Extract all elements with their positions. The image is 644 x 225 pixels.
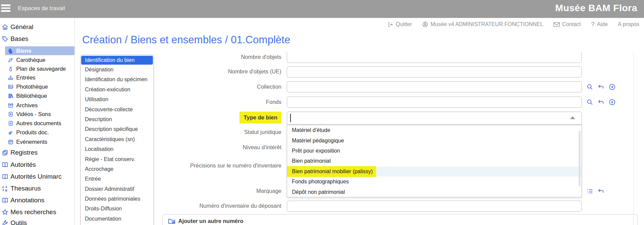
dropdown-option[interactable]: Matériel d'étude bbox=[287, 125, 581, 135]
nav-item-entree[interactable]: Entrée bbox=[80, 174, 154, 184]
dropdown-option-highlighted[interactable]: Bien patrimonial mobilier (palissy) bbox=[287, 166, 581, 177]
add-circle-icon[interactable] bbox=[609, 84, 616, 90]
image-icon bbox=[7, 84, 14, 90]
sidebar-item-thesaurus[interactable]: AB Thesaurus bbox=[0, 184, 74, 193]
sidebar-item-produits-doc[interactable]: Produits doc. bbox=[0, 128, 74, 137]
input-nombre-objets[interactable] bbox=[287, 52, 582, 63]
paper-stack-icon bbox=[7, 130, 14, 135]
nav-item-dossier-administratif[interactable]: Dossier Administratif bbox=[80, 184, 154, 194]
sidebar-item-biens[interactable]: ♞ Biens bbox=[5, 46, 74, 55]
workspace-title: Espaces de travail bbox=[18, 5, 65, 12]
sidebar-item-entrees[interactable]: Entrées bbox=[0, 73, 74, 82]
topbar: Espaces de travail Musée BAM Flora bbox=[0, 0, 644, 18]
nav-item-donnees-patrimoniales[interactable]: Données patrimoniales bbox=[80, 194, 154, 204]
add-number-section[interactable]: Ajouter un autre numéro bbox=[162, 214, 638, 225]
apropos-link[interactable]: A propos bbox=[618, 21, 639, 27]
text-caret bbox=[290, 114, 291, 122]
sidebar-item-label: Bibliothèque bbox=[16, 93, 47, 99]
type-de-bien-combobox[interactable] bbox=[287, 112, 582, 125]
add-circle-icon[interactable] bbox=[609, 99, 616, 106]
input-fonds[interactable] bbox=[287, 96, 582, 108]
home-icon bbox=[1, 24, 9, 30]
nav-item-utilisation[interactable]: Utilisation bbox=[80, 94, 154, 104]
fonds-field-actions bbox=[586, 99, 616, 106]
sidebar-item-phototheque[interactable]: Photothèque bbox=[0, 82, 74, 91]
label-type-de-bien: Type de bien bbox=[239, 112, 281, 123]
search-icon[interactable] bbox=[586, 99, 593, 106]
sidebar-item-bibliotheque[interactable]: Bibliothèque bbox=[0, 91, 74, 100]
quitter-link[interactable]: Quitter bbox=[388, 21, 412, 27]
undo-icon[interactable] bbox=[598, 99, 604, 106]
sidebar-item-outils[interactable]: Outils bbox=[0, 218, 74, 225]
nav-item-regie-etat-conserv[interactable]: Régie - Etat conserv. bbox=[80, 154, 154, 164]
contact-link[interactable]: Contact bbox=[553, 21, 581, 27]
open-book-icon bbox=[1, 161, 9, 168]
aide-link[interactable]: ? Aide bbox=[591, 21, 608, 28]
search-icon[interactable] bbox=[586, 84, 593, 90]
open-book-icon bbox=[1, 197, 9, 204]
input-collection[interactable] bbox=[287, 81, 582, 92]
sidebar-item-label: Autres documents bbox=[16, 120, 61, 127]
books-icon bbox=[7, 93, 14, 99]
sidebar-item-archives[interactable]: Archives bbox=[0, 101, 74, 110]
nav-item-identification-du-bien[interactable]: Identification du bien bbox=[81, 56, 153, 65]
sidebar-item-carotheque[interactable]: Carothèque bbox=[0, 55, 74, 64]
sidebar-item-general[interactable]: Général bbox=[0, 22, 74, 32]
label-numero-inventaire-deposant: Numéro d'inventaire du déposant bbox=[162, 203, 281, 209]
nav-item-designation[interactable]: Désignation bbox=[80, 65, 154, 74]
sidebar-item-registres[interactable]: Registres bbox=[0, 148, 74, 157]
sidebar-item-autorites-unimarc[interactable]: Autorités Unimarc bbox=[0, 172, 74, 181]
dropdown-option[interactable]: Dépôt non patrimonial bbox=[287, 187, 581, 197]
nav-item-description[interactable]: Description bbox=[80, 114, 154, 124]
label-marquage: Marquage bbox=[162, 188, 281, 194]
label-precisions-numero-inventaire: Précisions sur le numéro d'inventaire bbox=[162, 162, 281, 169]
sidebar-item-bases[interactable]: Bases bbox=[0, 34, 74, 44]
sidebar-item-videos-sons[interactable]: Vidéos - Sons bbox=[0, 110, 74, 118]
undo-icon[interactable] bbox=[598, 188, 604, 195]
nav-item-identification-du-specimen[interactable]: Identification du spécimen bbox=[80, 74, 154, 84]
dropdown-option[interactable]: Prêt pour exposition bbox=[287, 146, 581, 156]
user-label: Musée v4 ADMINISTRATEUR FONCTIONNEL bbox=[431, 21, 543, 27]
sidebar-item-label: Autorités bbox=[10, 161, 36, 168]
nav-item-documentation[interactable]: Documentation bbox=[80, 214, 154, 224]
fire-extinguisher-icon bbox=[7, 66, 14, 72]
option-label: Bien patrimonial mobilier (palissy) bbox=[287, 166, 376, 177]
sidebar-item-autres-documents[interactable]: Autres documents bbox=[0, 119, 74, 128]
dropdown-option[interactable]: Fonds photographiques bbox=[287, 177, 581, 187]
nav-item-caracteristiques-sn[interactable]: Caractéristiques (sn) bbox=[80, 134, 154, 144]
app-brand: Musée BAM Flora bbox=[555, 3, 637, 14]
sidebar-item-label: Mes recherches bbox=[10, 208, 56, 216]
sidebar-item-autorites[interactable]: Autorités bbox=[0, 160, 74, 170]
dropdown-option[interactable]: Matériel pédagogique bbox=[287, 135, 581, 145]
sidebar-item-annotations[interactable]: Annotations bbox=[0, 196, 74, 205]
nav-item-localisation[interactable]: Localisation bbox=[80, 144, 154, 154]
sidebar-item-label: Général bbox=[10, 23, 33, 31]
dropdown-option[interactable]: Bien patrimonial bbox=[287, 156, 581, 166]
input-nombre-objets-ue[interactable] bbox=[287, 66, 582, 77]
user-menu[interactable]: Musée v4 ADMINISTRATEUR FONCTIONNEL bbox=[422, 21, 543, 27]
list-icon[interactable] bbox=[586, 188, 593, 195]
form-scrollbar[interactable] bbox=[633, 52, 634, 225]
sidebar-item-mes-recherches[interactable]: Mes recherches bbox=[0, 207, 74, 217]
contact-label: Contact bbox=[562, 21, 581, 27]
nav-item-droits-diffusion[interactable]: Droits-Diffusion bbox=[80, 204, 154, 213]
nav-item-description-specifique[interactable]: Description spécifique bbox=[80, 124, 154, 134]
sidebar-item-label: Vidéos - Sons bbox=[16, 111, 51, 117]
chevron-up-icon[interactable] bbox=[570, 116, 575, 119]
input-numero-inventaire-deposant[interactable] bbox=[287, 201, 582, 212]
exit-icon bbox=[388, 22, 393, 27]
open-book-icon bbox=[1, 173, 9, 180]
nav-item-creation-execution[interactable]: Création-exécution bbox=[80, 85, 154, 94]
sidebar-item-label: Entrées bbox=[16, 74, 36, 81]
sidebar-item-plan-de-sauvegarde[interactable]: Plan de sauvegarde bbox=[0, 64, 74, 73]
undo-icon[interactable] bbox=[598, 84, 604, 90]
sidebar-item-label: Biens bbox=[16, 48, 31, 54]
nav-item-decouverte-collecte[interactable]: Découverte-collecte bbox=[80, 105, 154, 114]
envelope-icon bbox=[553, 22, 560, 27]
nav-item-accrochage[interactable]: Accrochage bbox=[80, 164, 154, 174]
dropdown-scrollbar[interactable] bbox=[579, 131, 580, 186]
label-fonds: Fonds bbox=[162, 99, 281, 105]
sidebar-item-evenements[interactable]: Evènements bbox=[0, 137, 74, 146]
wrench-icon bbox=[1, 220, 9, 225]
hamburger-menu-icon[interactable] bbox=[1, 4, 11, 13]
